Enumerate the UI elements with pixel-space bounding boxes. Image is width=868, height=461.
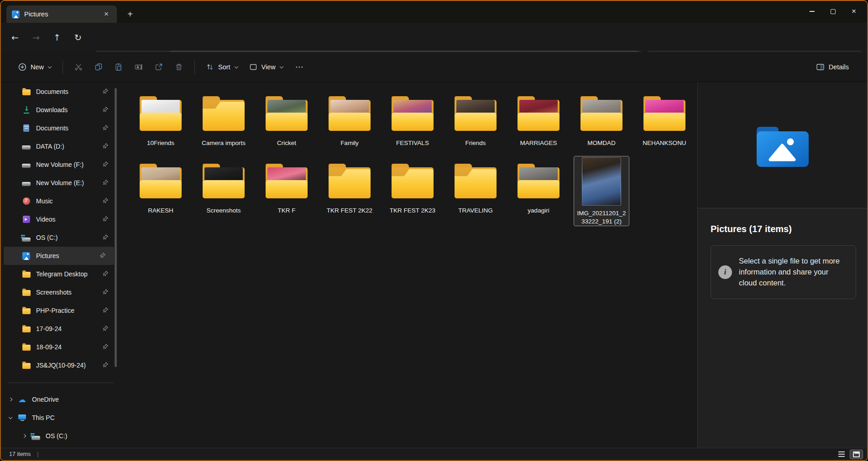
details-pane-button[interactable]: Details [810,59,854,75]
info-box: i Select a single file to get more infor… [711,245,856,299]
chevron-icon[interactable] [22,433,27,439]
list-view-icon [838,451,845,457]
details-view-button[interactable] [836,450,847,458]
grid-item[interactable]: TKR FEST 2K22 [322,156,377,215]
pin-icon [102,216,109,223]
sidebar-item[interactable]: Documents [1,119,120,137]
grid-item[interactable]: TKR F [259,156,314,215]
item-thumbnail [643,95,686,131]
sidebar-tree-item[interactable]: OS (C:) [1,427,120,445]
grid-item[interactable]: Family [322,89,377,147]
sidebar-item-label: New Volume (F:) [36,161,84,168]
sidebar-item[interactable]: 18-09-24 [1,338,120,356]
titlebar: Pictures × + × [1,1,867,23]
grid-item[interactable]: TRAVELING [448,156,503,215]
download-icon [23,106,30,114]
sidebar-item-label: New Volume (E:) [36,179,84,186]
grid-item[interactable]: yadagiri [511,156,566,215]
copy-icon [94,63,103,71]
forward-button[interactable]: → [26,29,47,46]
grid-item[interactable]: IMG_20211201_233222_191 (2) [574,156,629,226]
folder-front [266,113,308,131]
minimize-icon [810,11,815,11]
tab-pictures[interactable]: Pictures × [6,5,117,23]
sidebar-item[interactable]: PHP-Practice [1,301,120,320]
pin-icon [102,307,109,315]
item-label: TKR FEST 2K22 [327,207,372,215]
more-options-button[interactable]: ⋯ [289,62,311,72]
delete-button[interactable] [169,58,189,76]
sidebar-item[interactable]: New Volume (F:) [1,155,120,174]
cloud-icon [18,396,26,404]
minimize-button[interactable] [801,1,822,22]
info-text: Select a single file to get more informa… [739,256,848,289]
copy-button[interactable] [89,58,109,76]
refresh-button[interactable]: ↻ [68,29,89,46]
file-grid-area[interactable]: 10Friends Camera imports [120,83,697,448]
item-label: Cricket [277,139,296,147]
new-label: New [31,63,44,71]
sidebar-item[interactable]: 17-09-24 [1,320,120,338]
share-button[interactable] [149,58,169,76]
plus-circle-icon [18,63,26,71]
sidebar-tree-item[interactable]: OneDrive [1,390,120,409]
chevron-icon[interactable] [8,397,14,402]
grid-item[interactable]: NEHANKSONU [637,89,692,147]
file-grid: 10Friends Camera imports [133,89,692,224]
sidebar-item-label: Pictures [36,252,59,259]
pin-icon [102,289,109,296]
sidebar-item[interactable]: DATA (D:) [1,137,120,155]
item-label: IMG_20211201_233222_191 (2) [576,209,627,226]
paste-button[interactable] [109,58,129,76]
grid-item[interactable]: TKR FEST 2K23 [385,156,440,215]
sidebar-tree-item[interactable]: This PC [1,409,120,427]
sidebar-item[interactable]: Screenshots [1,283,120,301]
large-icons-view-button[interactable] [850,450,863,459]
grid-item[interactable]: RAKESH [133,156,188,215]
grid-item[interactable]: Screenshots [196,156,251,215]
sidebar-item[interactable]: Downloads [1,101,120,119]
item-thumbnail [454,95,497,131]
new-button[interactable]: New [13,59,57,75]
pin-icon [102,124,109,132]
view-button[interactable]: View [244,59,289,75]
grid-item[interactable]: Cricket [259,89,314,147]
grid-item[interactable]: MARRIAGES [511,89,566,147]
rename-button[interactable] [129,58,149,76]
grid-item[interactable]: Camera imports [196,89,251,147]
sidebar-item[interactable]: OS (C:) [1,228,120,247]
grid-item[interactable]: 10Friends [133,89,188,147]
grid-item[interactable]: Friends [448,89,503,147]
sidebar-item[interactable]: Music [1,192,120,210]
file-explorer-window: Pictures × + × ← → ↑ ↻ Pictures [0,0,868,461]
maximize-button[interactable] [822,1,843,22]
back-button[interactable]: ← [5,29,26,46]
sidebar-scrollbar[interactable] [115,88,117,367]
drive-icon [22,164,31,168]
pin-icon [102,234,109,242]
pin-icon [102,161,109,169]
sidebar-item[interactable]: Telegram Desktop [1,265,120,283]
details-label: Details [829,63,849,71]
grid-item[interactable]: MOMDAD [574,89,629,147]
chevron-icon[interactable] [8,415,14,420]
thumbnail-view-icon [853,451,860,457]
new-tab-button[interactable]: + [123,7,137,21]
sidebar-item[interactable]: Videos [1,210,120,228]
sort-button[interactable]: Sort [200,59,244,75]
close-button[interactable]: × [843,1,864,22]
up-button[interactable]: ↑ [47,29,68,46]
tab-close-icon[interactable]: × [101,9,111,19]
tab-title: Pictures [24,10,101,18]
sidebar-item[interactable]: JS&JQ(10-09-24) [1,356,120,374]
grid-item[interactable]: FESTIVALS [385,89,440,147]
cut-button[interactable] [68,58,89,76]
sidebar-item[interactable]: New Volume (E:) [1,174,120,192]
sidebar-item[interactable]: Documents [1,83,120,101]
pin-icon [102,197,109,205]
command-toolbar: New [1,52,867,82]
sidebar-item-label: JS&JQ(10-09-24) [36,362,86,369]
explorer-body: Documents Downloads [1,83,867,448]
sidebar-item[interactable]: Pictures [4,247,114,265]
sort-label: Sort [218,63,230,71]
